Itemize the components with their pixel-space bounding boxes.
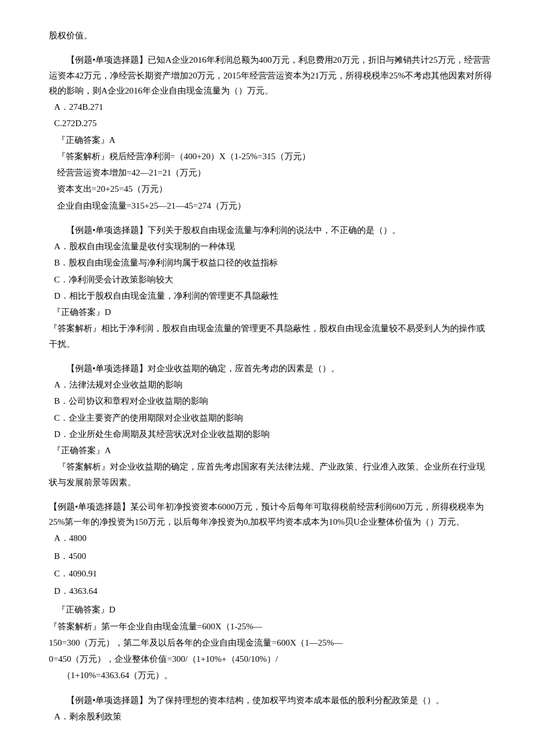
- q3-explanation: 『答案解析』对企业收益期的确定，应首先考虑国家有关法律法规、产业政策、行业准入政…: [49, 459, 493, 490]
- q1-explanation-line-1: 『答案解析』税后经营净利润=（400+20）X（1-25%=315（万元）: [57, 149, 494, 164]
- spacer: [49, 353, 493, 361]
- q2-answer: 『正确答案』D: [52, 304, 493, 320]
- q5-option-a: A．剩余股利政策: [54, 709, 493, 724]
- q1-explanation-line-3: 资本支出=20+25=45（万元）: [57, 181, 494, 196]
- q2-explanation: 『答案解析』相比于净利润，股权自由现金流量的管理更不具隐蔽性，股权自由现金流量较…: [49, 321, 493, 352]
- q1-explanation-line-4: 企业自由现金流量=315+25—21—45=274（万元）: [57, 198, 494, 213]
- q4-answer: 『正确答案』D: [57, 602, 494, 617]
- q3-option-a: A．法律法规对企业收益期的影响: [54, 377, 493, 392]
- q4-explanation-line-2: 150=300（万元），第二年及以后各年的企业自由现金流量=600X（1—25%…: [49, 635, 493, 650]
- q1-stem: 【例题•单项选择题】已知A企业2016年利润总额为400万元，利息费用20万元，…: [49, 52, 493, 98]
- q3-option-c: C．企业主要资产的使用期限对企业收益期的影响: [54, 410, 493, 425]
- q2-option-b: B．股权自由现金流量与净利润均属于权益口径的收益指标: [54, 255, 493, 270]
- spacer: [49, 491, 493, 499]
- q3-stem: 【例题•单项选择题】对企业收益期的确定，应首先考虑的因素是（）。: [49, 361, 493, 376]
- q4-option-a: A．4800: [54, 531, 493, 546]
- intro-text: 股权价值。: [49, 28, 493, 43]
- q4-explanation-line-1: 『答案解析』第一年企业自由现金流量=600X（1-25%—: [49, 619, 493, 634]
- q1-option-c: C.272D.275: [54, 116, 493, 131]
- q2-option-a: A．股权自由现金流量是收付实现制的一种体现: [54, 239, 493, 254]
- q2-stem: 【例题•单项选择题】下列关于股权自由现金流量与净利润的说法中，不正确的是（）。: [49, 223, 493, 238]
- q1-explanation-line-2: 经营营运资本增加=42—21=21（万元）: [57, 165, 494, 180]
- spacer: [49, 685, 493, 693]
- q3-answer: 『正确答案』A: [52, 443, 493, 458]
- q2-option-d: D．相比于股权自由现金流量，净利润的管理更不具隐蔽性: [54, 288, 493, 303]
- q3-option-b: B．公司协议和章程对企业收益期的影响: [54, 393, 493, 409]
- q2-option-c: C．净利润受会计政策影响较大: [54, 272, 493, 287]
- q4-option-b: B．4500: [54, 549, 493, 564]
- q4-stem: 【例题•单项选择题】某公司年初净投资资本6000万元，预计今后每年可取得税前经营…: [49, 499, 493, 530]
- q3-option-d: D．企业所处生命周期及其经营状况对企业收益期的影响: [54, 427, 493, 442]
- q4-explanation-line-3: 0=450（万元），企业整体价值=300/（1+10%+（450/10%）/: [49, 651, 493, 667]
- q1-answer: 『正确答案』A: [57, 132, 494, 148]
- q4-option-d: D．4363.64: [54, 583, 493, 599]
- q1-option-a: A．274B.271: [54, 99, 493, 114]
- q5-stem: 【例题•单项选择题】为了保持理想的资本结构，使加权平均资本成本最低的股利分配政策…: [49, 693, 493, 708]
- spacer: [49, 214, 493, 223]
- q4-option-c: C．4090.91: [54, 566, 493, 581]
- spacer: [49, 44, 493, 52]
- q4-explanation-line-4: （1+10%=4363.64（万元）。: [49, 668, 493, 683]
